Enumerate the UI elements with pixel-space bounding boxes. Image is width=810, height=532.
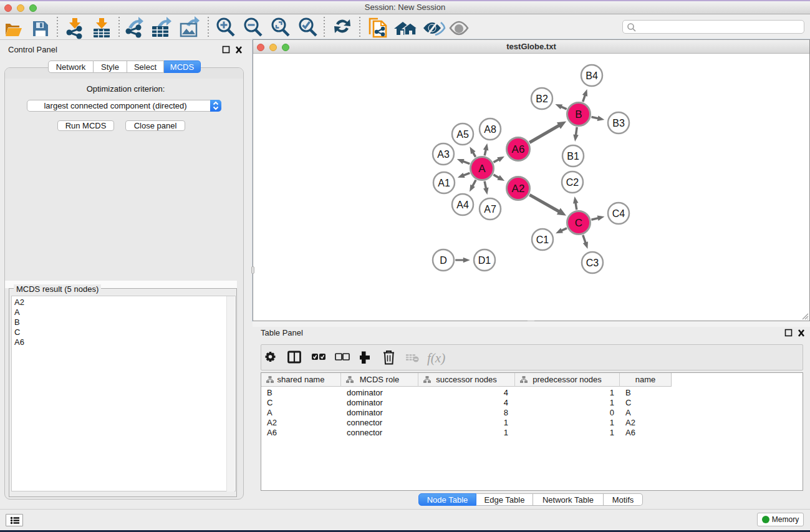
svg-text:A6: A6 [512,143,525,155]
svg-text:C4: C4 [612,208,625,219]
svg-text:C1: C1 [536,235,549,245]
svg-text:B4: B4 [586,70,598,81]
svg-text:A7: A7 [484,204,496,215]
svg-text:A3: A3 [437,149,450,160]
svg-text:B1: B1 [567,151,579,162]
svg-text:A1: A1 [438,178,450,188]
svg-text:D1: D1 [478,255,491,266]
svg-text:D: D [440,255,447,266]
svg-text:B3: B3 [612,118,625,128]
svg-text:C3: C3 [586,258,599,268]
svg-text:A5: A5 [456,129,469,140]
svg-text:A8: A8 [484,124,496,135]
svg-text:C2: C2 [566,177,579,188]
svg-text:A2: A2 [512,183,525,195]
svg-text:f(x): f(x) [427,351,445,365]
svg-text:C: C [575,217,582,229]
svg-text:A: A [478,163,486,175]
svg-text:B2: B2 [536,94,548,104]
svg-text:B: B [575,109,582,120]
svg-text:A4: A4 [456,200,469,210]
